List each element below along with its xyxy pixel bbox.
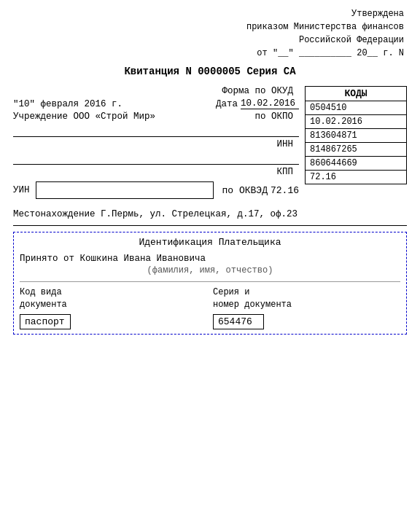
kpp-label: КПП — [276, 167, 293, 177]
identification-title: Идентификация Плательщика — [20, 237, 400, 248]
doc-type-value[interactable]: паспорт — [20, 314, 71, 329]
kpp-row: КПП — [13, 167, 299, 177]
doc-number-label: Серия и номер документа — [213, 286, 400, 311]
uin-label: УИН — [13, 185, 30, 195]
institution-name: Учреждение ООО «Строй Мир» — [13, 112, 155, 122]
date-label: Дата — [216, 99, 238, 109]
header-line2: приказом Министерства финансов — [13, 20, 404, 34]
uin-row: УИН по ОКВЭД 72.16 — [13, 181, 299, 199]
institution-row: Учреждение ООО «Строй Мир» по ОКПО — [13, 112, 299, 122]
inner-separator — [20, 281, 400, 282]
date-left: "10" февраля 2016 г. — [13, 99, 122, 109]
identification-section: Идентификация Плательщика Принято от Кош… — [13, 232, 407, 335]
codes-header: КОДЫ — [306, 87, 406, 101]
okvad-code-row: 72.16 — [306, 171, 406, 184]
inn-code-row: 814867265 — [306, 143, 406, 157]
payer-hint: (фамилия, имя, отчество) — [20, 265, 400, 275]
okud-code-row: 0504510 — [306, 101, 406, 115]
header-line3: Российской Федерации — [13, 34, 404, 47]
okvad-value: 72.16 — [271, 185, 299, 196]
okvad-code-value: 72.16 — [306, 171, 339, 184]
date-code-value: 10.02.2016 — [306, 115, 365, 128]
okud-label: Форма по ОКУД — [222, 86, 293, 96]
inn-code-value: 814867265 — [306, 143, 360, 156]
underline-2 — [13, 152, 299, 165]
okud-code-value: 0504510 — [306, 101, 349, 114]
header-line4: от "__" __________ 20__ г. N — [13, 47, 404, 60]
okpo-code-row: 813604871 — [306, 129, 406, 143]
codes-section: КОДЫ 0504510 10.02.2016 813604871 814867… — [305, 86, 407, 203]
header-line1: Утверждена — [13, 7, 404, 20]
main-separator — [13, 225, 407, 226]
content-left: Форма по ОКУД "10" февраля 2016 г. Дата … — [13, 86, 299, 203]
doc-number-value[interactable]: 654476 — [213, 314, 264, 329]
okvad-label: по ОКВЭД — [222, 185, 268, 196]
underline-1 — [13, 124, 299, 137]
okud-row: Форма по ОКУД — [13, 86, 299, 96]
date-value: 10.02.2016 — [241, 98, 299, 109]
address: Местонахождение Г.Пермь, ул. Стрелецкая,… — [13, 209, 407, 219]
main-section: Форма по ОКУД "10" февраля 2016 г. Дата … — [13, 86, 407, 203]
document-title: Квитанция N 0000005 Серия CA — [13, 66, 407, 77]
doc-type-section: Код вида документа паспорт — [20, 286, 207, 329]
okpo-label: по ОКПО — [254, 112, 293, 122]
doc-number-section: Серия и номер документа 654476 — [213, 286, 400, 329]
payer-name: Принято от Кошкина Ивана Ивановича — [20, 254, 400, 264]
date-code-row: 10.02.2016 — [306, 115, 406, 129]
kpp-code-row: 860644669 — [306, 157, 406, 171]
uin-field[interactable] — [36, 181, 214, 199]
header-block: Утверждена приказом Министерства финансо… — [13, 7, 407, 60]
date-row: "10" февраля 2016 г. Дата 10.02.2016 — [13, 98, 299, 109]
kpp-code-value: 860644669 — [306, 157, 360, 170]
inn-label: ИНН — [276, 139, 293, 149]
codes-table: КОДЫ 0504510 10.02.2016 813604871 814867… — [305, 86, 407, 184]
inn-row: ИНН — [13, 139, 299, 149]
doc-type-label: Код вида документа — [20, 286, 207, 311]
okpo-code-value: 813604871 — [306, 129, 360, 142]
document-row: Код вида документа паспорт Серия и номер… — [20, 286, 400, 329]
